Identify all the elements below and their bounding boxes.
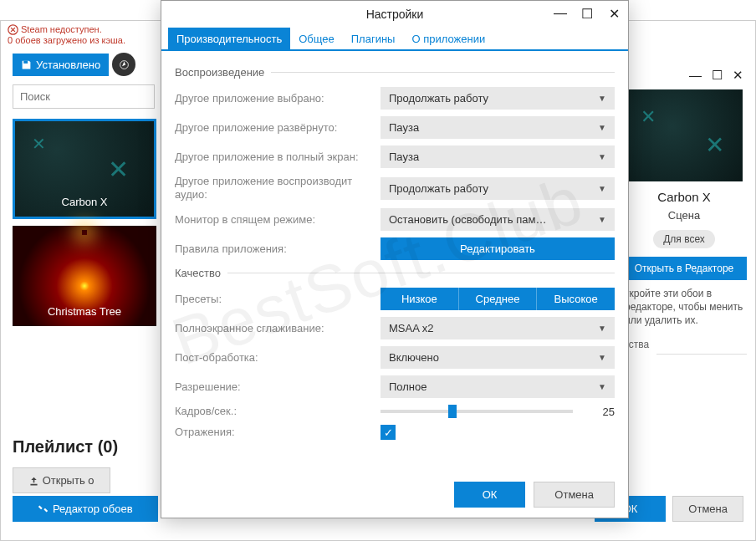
wallpaper-title: Carbon X [621, 190, 747, 204]
save-icon [21, 59, 32, 70]
dialog-title: Настройки [366, 8, 424, 21]
editor-description: ткройте эти обои в редакторе, чтобы мени… [621, 287, 747, 327]
search-input[interactable] [13, 84, 155, 109]
reflections-checkbox[interactable]: ✓ [381, 425, 396, 440]
dropdown-app-focused[interactable]: Продолжать работу▼ [381, 87, 615, 110]
label-resolution: Разрешение: [175, 380, 372, 394]
installed-tab[interactable]: Установлено [13, 54, 109, 76]
label-reflections: Отражения: [175, 426, 372, 439]
dropdown-resolution[interactable]: Полное▼ [381, 375, 615, 398]
label-app-fullscreen: Другое приложение в полный экран: [175, 151, 372, 164]
settings-tabs: Производительность Общее Плагины О прило… [161, 28, 628, 51]
quality-presets: Низкое Среднее Высокое [381, 288, 615, 310]
main-cancel-button[interactable]: Отмена [672, 496, 743, 522]
label-app-maximized: Другое приложение развёрнуто: [175, 121, 372, 135]
chevron-down-icon: ▼ [598, 215, 606, 224]
tools-icon [38, 503, 49, 514]
wallpaper-editor-button[interactable]: Редактор обоев [13, 496, 158, 522]
chevron-down-icon: ▼ [598, 353, 606, 362]
wallpaper-preview [626, 89, 743, 181]
fps-value: 25 [585, 406, 615, 418]
preset-medium[interactable]: Среднее [459, 288, 538, 310]
label-fps: Кадров/сек.: [175, 405, 372, 418]
dropdown-app-maximized[interactable]: Пауза▼ [381, 116, 615, 139]
preset-low[interactable]: Низкое [381, 288, 459, 310]
dropdown-monitor-sleep[interactable]: Остановить (освободить пам…▼ [381, 208, 615, 231]
section-quality: Качество [175, 267, 615, 279]
wallpaper-gallery: Carbon X Christmas Tree [1, 114, 168, 331]
close-icon[interactable]: ✕ [606, 6, 621, 22]
dropdown-antialiasing[interactable]: MSAA x2▼ [381, 317, 615, 339]
tab-general[interactable]: Общее [290, 28, 343, 49]
preset-high[interactable]: Высокое [537, 288, 615, 310]
tab-performance[interactable]: Производительность [168, 28, 290, 49]
edit-app-rules-button[interactable]: Редактировать [381, 237, 615, 260]
settings-dialog: Настройки — ☐ ✕ Производительность Общее… [161, 0, 629, 518]
wallpaper-thumb[interactable]: Carbon X [13, 119, 156, 219]
panel-maximize-icon[interactable]: ☐ [712, 68, 723, 83]
details-panel: — ☐ ✕ Carbon X Сцена Для всех Открыть в … [621, 64, 747, 355]
tab-about[interactable]: О приложении [403, 28, 493, 49]
discover-button[interactable] [112, 53, 135, 76]
fps-slider[interactable] [381, 410, 573, 413]
section-playback: Воспроизведение [175, 66, 615, 79]
label-app-rules: Правила приложения: [175, 242, 372, 256]
wallpaper-thumb[interactable]: Christmas Tree [13, 226, 156, 326]
chevron-down-icon: ▼ [598, 324, 606, 333]
open-playlist-button[interactable]: Открыть о [13, 467, 110, 493]
settings-cancel-button[interactable]: Отмена [534, 482, 615, 508]
slider-thumb[interactable] [448, 405, 457, 418]
label-app-audio: Другое приложение воспроизводит аудио: [175, 175, 372, 202]
chevron-down-icon: ▼ [598, 152, 606, 161]
label-presets: Пресеты: [175, 293, 372, 306]
panel-minimize-icon[interactable]: — [689, 68, 702, 83]
playlist-heading: Плейлист (0) [13, 437, 118, 457]
dropdown-app-audio[interactable]: Продолжать работу▼ [381, 177, 615, 200]
dropdown-app-fullscreen[interactable]: Пауза▼ [381, 145, 615, 168]
settings-ok-button[interactable]: ОК [454, 482, 526, 508]
panel-close-icon[interactable]: ✕ [733, 68, 743, 83]
open-in-editor-button[interactable]: Открыть в Редакторе [621, 257, 747, 280]
properties-heading: йства [621, 339, 747, 355]
tab-plugins[interactable]: Плагины [343, 28, 404, 49]
compass-icon [119, 59, 130, 70]
chevron-down-icon: ▼ [598, 123, 606, 132]
rating-badge: Для всех [653, 230, 715, 248]
chevron-down-icon: ▼ [598, 94, 606, 103]
minimize-icon[interactable]: — [553, 6, 568, 22]
label-monitor-sleep: Монитор в спящем режиме: [175, 213, 372, 227]
label-antialiasing: Полноэкранное сглаживание: [175, 322, 372, 335]
chevron-down-icon: ▼ [598, 184, 606, 193]
error-icon [8, 24, 18, 35]
upload-icon [28, 476, 39, 487]
label-app-focused: Другое приложение выбрано: [175, 92, 372, 105]
wallpaper-type: Сцена [621, 209, 747, 222]
svg-rect-1 [23, 60, 28, 63]
label-postprocessing: Пост-обработка: [175, 351, 372, 365]
chevron-down-icon: ▼ [598, 382, 606, 391]
maximize-icon[interactable]: ☐ [580, 6, 595, 22]
dropdown-postprocessing[interactable]: Включено▼ [381, 346, 615, 369]
